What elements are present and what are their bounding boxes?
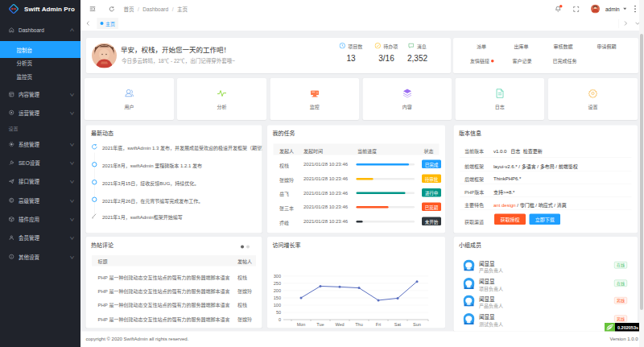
svg-text:Thu: Thu [355, 322, 362, 327]
svg-text:250: 250 [274, 281, 281, 286]
svg-text:Fri: Fri [376, 322, 381, 327]
svg-text:Sun: Sun [413, 322, 421, 327]
svg-text:0: 0 [279, 317, 281, 322]
svg-text:50: 50 [276, 310, 281, 315]
svg-text:100: 100 [274, 303, 281, 308]
svg-text:150: 150 [274, 295, 281, 300]
svg-text:Tue: Tue [316, 322, 324, 327]
svg-text:Wed: Wed [335, 322, 344, 327]
svg-text:300: 300 [274, 274, 281, 279]
svg-text:Mon: Mon [297, 322, 306, 327]
svg-text:Sat: Sat [394, 322, 402, 327]
svg-text:200: 200 [274, 288, 281, 293]
